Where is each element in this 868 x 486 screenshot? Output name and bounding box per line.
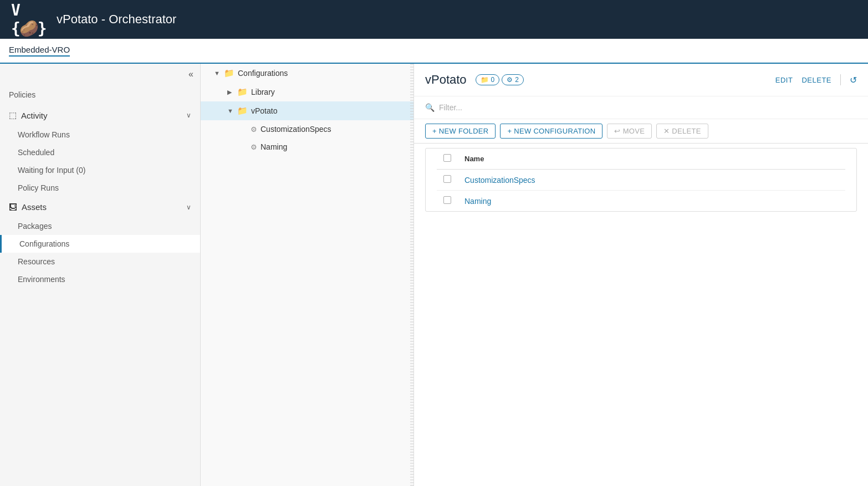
naming-icon: ⚙ [251,143,257,151]
sidebar-item-waiting-for-input[interactable]: Waiting for Input (0) [0,161,200,179]
table-row: Naming [437,191,845,212]
sidebar-item-workflow-runs[interactable]: Workflow Runs [0,126,200,144]
toolbar: + NEW FOLDER + NEW CONFIGURATION ↩ MOVE … [414,119,868,144]
sidebar-item-configurations[interactable]: Configurations [0,235,200,253]
collapse-icon[interactable]: « [188,69,193,79]
tree-item-library[interactable]: ▶ 📁 Library [201,83,413,101]
logo-icon: V {🥔} [11,3,50,36]
sub-header-title: Embedded-VRO [9,45,70,57]
sidebar-item-policies[interactable]: Policies [0,85,200,105]
table-header: Name [437,149,845,170]
content-title: vPotato [425,73,467,87]
sidebar-item-environments[interactable]: Environments [0,270,200,288]
vpotato-chevron: ▼ [227,108,234,114]
data-table-wrapper: Name CustomizationSpecs Naming [425,148,857,212]
assets-label: Assets [22,202,47,212]
move-button: ↩ MOVE [607,124,652,139]
assets-chevron: ∨ [186,203,191,211]
app-title: vPotato - Orchestrator [57,12,176,27]
edit-button[interactable]: EDIT [775,76,793,84]
folder-badge-icon: 📁 [481,76,489,84]
config-badge-icon: ⚙ [507,76,513,84]
assets-icon: ⛾ [9,202,17,212]
table-header-name: Name [458,149,845,170]
delete-button[interactable]: DELETE [801,76,831,84]
table-row: CustomizationSpecs [437,170,845,191]
configurations-root-folder-icon: 📁 [224,68,234,78]
configurations-root-label: Configurations [238,69,288,78]
filter-bar: 🔍 Filter... [414,96,868,119]
header-checkbox[interactable] [443,154,451,162]
sidebar-item-packages[interactable]: Packages [0,217,200,235]
resize-handle[interactable] [410,64,413,486]
sidebar-item-policy-runs[interactable]: Policy Runs [0,179,200,197]
content-panel: vPotato 📁 0 ⚙ 2 EDIT DELETE ↺ 🔍 [414,64,868,486]
config-badge-count: 2 [515,76,519,84]
refresh-button[interactable]: ↺ [850,75,857,85]
library-chevron: ▶ [227,89,234,96]
main-layout: « Policies ⬚ Activity ∨ Workflow Runs Sc… [0,64,868,486]
row1-checkbox-cell [437,170,458,191]
folder-badge-count: 0 [491,76,495,84]
badge-group: 📁 0 ⚙ 2 [476,74,524,85]
sidebar-collapse-area: « [0,64,200,85]
app-header: V {🥔} vPotato - Orchestrator [0,0,868,39]
tree-panel: ▼ 📁 Configurations ▶ 📁 Library ▼ 📁 vPota… [201,64,414,486]
activity-label: Activity [21,111,48,120]
policies-label: Policies [9,90,35,99]
row1-name[interactable]: CustomizationSpecs [458,170,845,191]
header-checkbox-cell [437,149,458,170]
sidebar-item-resources[interactable]: Resources [0,253,200,270]
sidebar-item-scheduled[interactable]: Scheduled [0,144,200,161]
tree-item-customization-specs[interactable]: ⚙ CustomizationSpecs [201,120,413,138]
filter-search-icon: 🔍 [425,103,435,112]
library-label: Library [251,88,275,96]
sidebar-group-activity[interactable]: ⬚ Activity ∨ [0,105,200,126]
content-header: vPotato 📁 0 ⚙ 2 EDIT DELETE ↺ [414,64,868,96]
new-folder-button[interactable]: + NEW FOLDER [425,124,496,139]
row2-checkbox-cell [437,191,458,212]
sidebar: « Policies ⬚ Activity ∨ Workflow Runs Sc… [0,64,201,486]
folder-badge: 📁 0 [476,74,500,85]
configurations-root-chevron: ▼ [214,70,221,76]
sub-header: Embedded-VRO [0,39,868,64]
row2-checkbox[interactable] [443,196,451,204]
table-header-row: Name [437,149,845,170]
row2-name[interactable]: Naming [458,191,845,212]
vpotato-label: vPotato [251,106,277,115]
data-table: Name CustomizationSpecs Naming [437,149,845,211]
customization-specs-label: CustomizationSpecs [261,125,331,134]
table-body: CustomizationSpecs Naming [437,170,845,212]
customization-specs-icon: ⚙ [251,125,257,134]
naming-label: Naming [261,142,287,151]
activity-chevron: ∨ [186,111,191,119]
library-folder-icon: 📁 [237,87,248,97]
logo-area: V {🥔} vPotato - Orchestrator [11,3,176,36]
filter-placeholder[interactable]: Filter... [439,103,462,112]
tree-item-configurations-root[interactable]: ▼ 📁 Configurations [201,64,413,83]
activity-icon: ⬚ [9,110,17,120]
config-badge: ⚙ 2 [502,74,524,85]
row1-checkbox[interactable] [443,175,451,183]
tree-item-vpotato[interactable]: ▼ 📁 vPotato [201,101,413,120]
tree-item-naming[interactable]: ⚙ Naming [201,138,413,156]
delete-toolbar-button: ✕ DELETE [656,124,708,139]
new-configuration-button[interactable]: + NEW CONFIGURATION [500,124,603,139]
content-actions: EDIT DELETE ↺ [775,74,857,85]
action-divider [840,74,841,85]
sidebar-group-assets[interactable]: ⛾ Assets ∨ [0,197,200,217]
vpotato-folder-icon: 📁 [237,106,248,116]
